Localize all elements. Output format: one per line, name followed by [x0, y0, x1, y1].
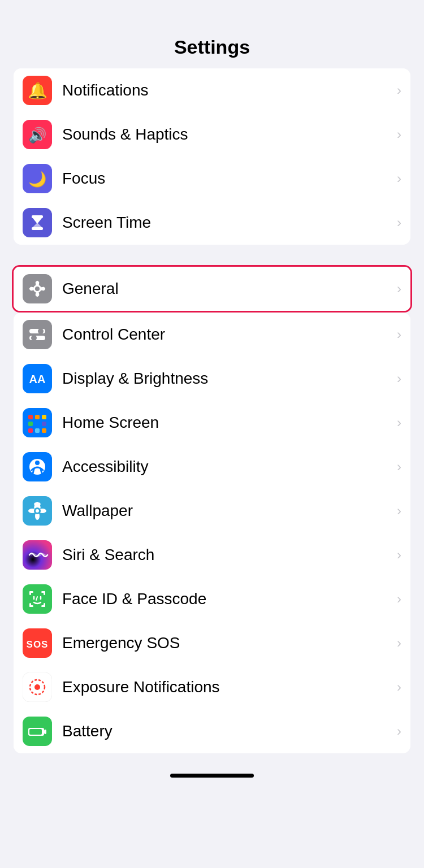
settings-item-exposure[interactable]: Exposure Notifications ›: [14, 665, 410, 709]
display-icon: AA: [23, 364, 52, 393]
sounds-icon: 🔊: [23, 120, 52, 149]
focus-chevron: ›: [397, 171, 401, 186]
controlcenter-icon: [23, 320, 52, 349]
sos-icon: SOS: [23, 628, 52, 658]
svg-rect-29: [35, 415, 40, 419]
general-label: General: [62, 280, 397, 298]
faceid-label: Face ID & Passcode: [62, 590, 397, 608]
settings-group-2: Control Center › AA Display & Brightness…: [14, 313, 410, 753]
homescreen-icon: [23, 408, 52, 437]
svg-point-24: [31, 335, 37, 341]
svg-rect-54: [29, 591, 31, 595]
controlcenter-label: Control Center: [62, 326, 397, 344]
svg-point-68: [34, 684, 40, 690]
notifications-label: Notifications: [62, 81, 397, 99]
settings-item-battery[interactable]: Battery ›: [14, 709, 410, 753]
wallpaper-chevron: ›: [397, 503, 401, 519]
homescreen-chevron: ›: [397, 415, 401, 431]
home-indicator: [170, 774, 254, 778]
svg-text:🔊: 🔊: [28, 126, 47, 144]
status-bar: [0, 0, 424, 31]
notifications-chevron: ›: [397, 83, 401, 98]
svg-point-39: [35, 461, 40, 465]
battery-icon: [23, 717, 52, 746]
svg-rect-20: [23, 320, 52, 349]
svg-rect-72: [29, 729, 42, 735]
svg-point-11: [35, 287, 40, 291]
settings-item-faceid[interactable]: Face ID & Passcode ›: [14, 577, 410, 621]
settings-item-accessibility[interactable]: Accessibility ›: [14, 445, 410, 489]
display-chevron: ›: [397, 371, 401, 387]
svg-text:🔔: 🔔: [28, 81, 47, 100]
exposure-chevron: ›: [397, 679, 401, 695]
svg-text:AA: AA: [29, 373, 46, 385]
svg-rect-28: [28, 415, 33, 419]
svg-rect-71: [44, 730, 46, 734]
sounds-chevron: ›: [397, 127, 401, 142]
svg-rect-8: [32, 227, 43, 230]
display-label: Display & Brightness: [62, 370, 397, 388]
svg-rect-52: [23, 584, 52, 614]
faceid-chevron: ›: [397, 591, 401, 607]
settings-item-homescreen[interactable]: Home Screen ›: [14, 401, 410, 445]
general-chevron: ›: [397, 281, 401, 297]
focus-label: Focus: [62, 170, 397, 188]
faceid-icon: [23, 584, 52, 614]
screentime-label: Screen Time: [62, 214, 397, 232]
svg-text:SOS: SOS: [27, 639, 49, 650]
svg-rect-30: [42, 415, 46, 419]
svg-rect-7: [32, 215, 43, 218]
settings-item-screentime[interactable]: Screen Time ›: [14, 201, 410, 245]
controlcenter-chevron: ›: [397, 327, 401, 342]
svg-rect-34: [28, 428, 33, 433]
settings-item-sos[interactable]: SOS Emergency SOS ›: [14, 621, 410, 665]
battery-label: Battery: [62, 722, 397, 740]
svg-rect-36: [42, 428, 46, 433]
notifications-icon: 🔔: [23, 76, 52, 105]
settings-item-general[interactable]: General ›: [14, 267, 410, 311]
svg-point-50: [36, 509, 39, 513]
sos-label: Emergency SOS: [62, 634, 397, 652]
siri-label: Siri & Search: [62, 546, 397, 564]
siri-chevron: ›: [397, 547, 401, 563]
sounds-label: Sounds & Haptics: [62, 125, 397, 144]
svg-point-22: [38, 328, 44, 334]
svg-rect-60: [44, 603, 45, 607]
general-icon: [23, 274, 52, 303]
settings-item-controlcenter[interactable]: Control Center ›: [14, 313, 410, 357]
screentime-icon: [23, 208, 52, 237]
svg-rect-35: [35, 428, 40, 433]
svg-rect-56: [44, 591, 45, 595]
settings-item-display[interactable]: AA Display & Brightness ›: [14, 357, 410, 401]
settings-item-sounds[interactable]: 🔊 Sounds & Haptics ›: [14, 112, 410, 157]
exposure-label: Exposure Notifications: [62, 678, 397, 696]
accessibility-label: Accessibility: [62, 458, 397, 476]
screentime-chevron: ›: [397, 215, 401, 231]
settings-item-wallpaper[interactable]: Wallpaper ›: [14, 489, 410, 533]
page-title: Settings: [0, 31, 424, 68]
svg-rect-31: [28, 422, 33, 426]
svg-rect-32: [35, 422, 40, 426]
accessibility-icon: [23, 452, 52, 481]
settings-item-siri[interactable]: Siri & Search ›: [14, 533, 410, 577]
battery-chevron: ›: [397, 723, 401, 739]
sos-chevron: ›: [397, 635, 401, 651]
settings-group-1: 🔔 Notifications › 🔊 Sounds & Haptics › 🌙…: [14, 68, 410, 245]
wallpaper-icon: [23, 496, 52, 526]
svg-rect-33: [42, 422, 46, 426]
focus-icon: 🌙: [23, 164, 52, 193]
svg-line-41: [41, 469, 42, 474]
accessibility-chevron: ›: [397, 459, 401, 475]
homescreen-label: Home Screen: [62, 414, 397, 432]
svg-rect-58: [29, 603, 31, 607]
siri-icon: [23, 540, 52, 570]
settings-item-focus[interactable]: 🌙 Focus ›: [14, 157, 410, 201]
settings-item-notifications[interactable]: 🔔 Notifications ›: [14, 68, 410, 112]
general-highlighted-wrapper: General ›: [12, 265, 412, 313]
svg-line-40: [33, 469, 34, 474]
exposure-icon: [23, 672, 52, 702]
svg-text:🌙: 🌙: [28, 170, 47, 188]
wallpaper-label: Wallpaper: [62, 502, 397, 520]
